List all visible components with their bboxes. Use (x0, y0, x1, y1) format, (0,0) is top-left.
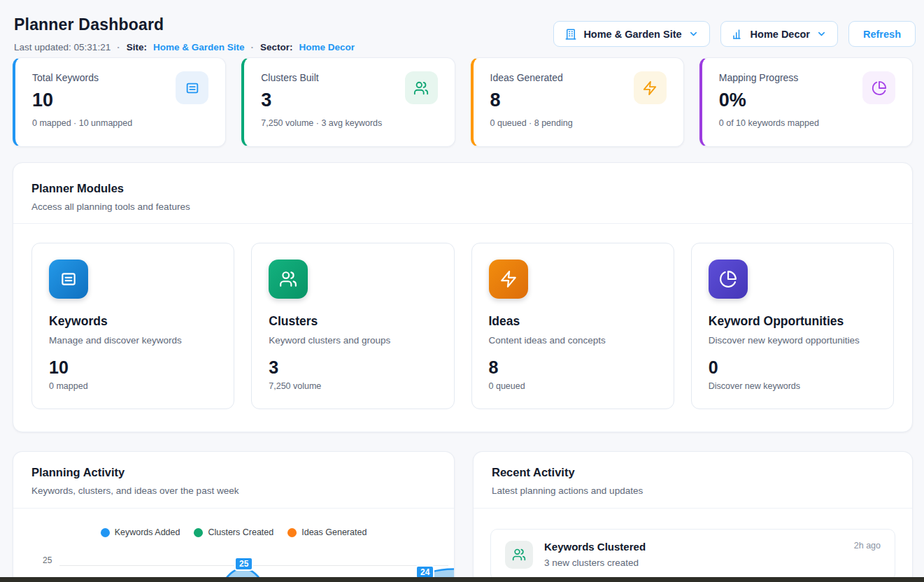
module-title: Keyword Opportunities (709, 314, 876, 329)
data-point-label: 25 (234, 557, 253, 571)
section-title: Recent Activity (492, 466, 894, 479)
pie-chart-icon (862, 71, 895, 104)
sector-link[interactable]: Home Decor (299, 42, 355, 52)
module-card-ideas[interactable]: Ideas Content ideas and concepts 8 0 que… (471, 243, 674, 409)
planning-activity-section: Planning Activity Keywords, clusters, an… (13, 451, 455, 582)
legend-item-clusters-created: Clusters Created (194, 527, 273, 537)
refresh-button[interactable]: Refresh (848, 21, 916, 47)
stat-subtext: 0 queued · 8 pending (490, 118, 667, 128)
module-subtext: Discover new keywords (709, 381, 876, 391)
zap-icon (489, 260, 528, 299)
sector-label: Sector: (260, 42, 293, 52)
activity-title: Keywords Clustered (544, 541, 646, 553)
module-card-clusters[interactable]: Clusters Keyword clusters and groups 3 7… (251, 243, 454, 409)
sector-selector-dropdown[interactable]: Home Decor (720, 21, 838, 47)
users-icon (269, 260, 308, 299)
refresh-label: Refresh (863, 29, 901, 40)
page-header: Planner Dashboard Last updated: 05:31:21… (14, 15, 355, 52)
site-link[interactable]: Home & Garden Site (153, 42, 245, 52)
module-card-keyword-opportunities[interactable]: Keyword Opportunities Discover new keywo… (691, 243, 894, 409)
page-title: Planner Dashboard (14, 15, 355, 34)
module-value: 10 (49, 357, 217, 378)
legend-label: Ideas Generated (301, 527, 367, 537)
meta-separator: · (250, 42, 254, 52)
module-subtext: 0 mapped (49, 381, 217, 391)
module-title: Keywords (49, 314, 217, 329)
recent-activity-section: Recent Activity Latest planning actions … (473, 451, 913, 582)
stat-card-mapping-progress: Mapping Progress 0% 0 of 10 keywords map… (699, 57, 913, 147)
chevron-down-icon (816, 29, 827, 39)
building-icon (564, 28, 577, 41)
last-updated-label: Last updated: 05:31:21 (14, 42, 111, 52)
module-description: Discover new keyword opportunities (709, 335, 876, 346)
site-label: Site: (127, 42, 147, 52)
section-subtitle: Latest planning actions and updates (492, 485, 894, 496)
legend-label: Clusters Created (208, 527, 273, 537)
stat-card-ideas-generated: Ideas Generated 8 0 queued · 8 pending (471, 57, 684, 147)
planner-dashboard-page: Planner Dashboard Last updated: 05:31:21… (0, 0, 924, 582)
legend-dot (194, 528, 203, 537)
pie-chart-icon (709, 260, 748, 299)
activity-item-body: Keywords Clustered 2h ago 3 new clusters… (544, 541, 881, 569)
legend-dot (287, 528, 297, 537)
users-icon (405, 71, 438, 104)
section-subtitle: Keywords, clusters, and ideas over the p… (31, 485, 436, 496)
site-selector-label: Home & Garden Site (583, 29, 681, 40)
last-updated-time: 05:31:21 (74, 42, 111, 52)
legend-label: Keywords Added (115, 527, 180, 537)
legend-item-ideas-generated: Ideas Generated (287, 527, 367, 537)
chevron-down-icon (688, 29, 699, 39)
activity-item-keywords-clustered[interactable]: Keywords Clustered 2h ago 3 new clusters… (490, 529, 895, 581)
module-value: 3 (269, 357, 436, 378)
planner-modules-section: Planner Modules Access all planning tool… (13, 162, 913, 432)
section-title: Planning Activity (31, 466, 436, 479)
module-title: Clusters (269, 314, 436, 329)
module-value: 0 (709, 357, 876, 378)
module-subtext: 0 queued (489, 381, 657, 391)
stat-subtext: 0 mapped · 10 unmapped (32, 118, 208, 128)
module-card-keywords[interactable]: Keywords Manage and discover keywords 10… (31, 243, 234, 409)
meta-separator: · (117, 42, 120, 52)
module-description: Keyword clusters and groups (269, 335, 436, 346)
module-value: 8 (489, 357, 657, 378)
stat-subtext: 7,250 volume · 3 avg keywords (261, 118, 437, 128)
legend-item-keywords-added: Keywords Added (101, 527, 180, 537)
site-selector-dropdown[interactable]: Home & Garden Site (553, 21, 709, 47)
stat-cards-row: Total Keywords 10 0 mapped · 10 unmapped… (13, 57, 913, 147)
bottom-edge-bar (0, 577, 924, 582)
users-icon (505, 541, 533, 569)
divider (474, 508, 912, 509)
zap-icon (634, 71, 667, 104)
planning-activity-header: Planning Activity Keywords, clusters, an… (13, 452, 454, 496)
section-subtitle: Access all planning tools and features (31, 201, 894, 212)
chart-legend: Keywords Added Clusters Created Ideas Ge… (13, 509, 454, 537)
module-subtext: 7,250 volume (269, 381, 436, 391)
planner-modules-header: Planner Modules Access all planning tool… (13, 163, 912, 212)
module-description: Manage and discover keywords (49, 335, 217, 346)
activity-chart: Keywords Added Clusters Created Ideas Ge… (13, 509, 454, 579)
page-meta: Last updated: 05:31:21 · Site: Home & Ga… (14, 42, 355, 52)
module-description: Content ideas and concepts (489, 335, 657, 346)
activity-description: 3 new clusters created (544, 558, 881, 568)
sector-selector-label: Home Decor (751, 29, 810, 40)
stat-card-total-keywords: Total Keywords 10 0 mapped · 10 unmapped (13, 57, 226, 147)
bar-chart-icon (732, 28, 744, 41)
legend-dot (101, 528, 110, 537)
document-icon (49, 260, 88, 299)
section-title: Planner Modules (31, 182, 894, 195)
recent-activity-header: Recent Activity Latest planning actions … (474, 452, 912, 496)
header-toolbar: Home & Garden Site Home Decor Refresh (553, 21, 916, 47)
document-icon (176, 71, 208, 104)
stat-subtext: 0 of 10 keywords mapped (719, 118, 895, 128)
activity-timestamp: 2h ago (854, 541, 881, 551)
module-title: Ideas (489, 314, 657, 329)
stat-card-clusters-built: Clusters Built 3 7,250 volume · 3 avg ke… (241, 57, 455, 147)
modules-grid: Keywords Manage and discover keywords 10… (13, 224, 912, 428)
